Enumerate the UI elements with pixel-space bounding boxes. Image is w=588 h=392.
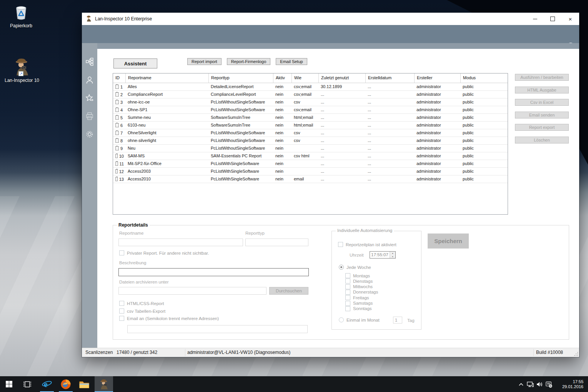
table-cell: ... [365, 137, 414, 144]
table-cell: DetailedLicenseReport [208, 83, 273, 90]
column-header-reportname[interactable]: Reportname [125, 73, 208, 83]
csv-export-checkbox[interactable] [119, 309, 124, 314]
table-row[interactable]: 5Summe-neuSoftwareSumsInTreeneinhtml;ema… [113, 114, 508, 122]
table-cell: html;email [292, 122, 318, 129]
table-row[interactable]: 2ComplianceReportComplianceLevelReportne… [113, 91, 508, 98]
taskbar-firefox[interactable] [59, 376, 73, 392]
taskbar-ie[interactable]: e [40, 376, 54, 392]
desktop-icon-recycle-bin[interactable]: Papierkorb [0, 3, 42, 28]
table-cell: PcListWithSingleSoftware [208, 175, 273, 183]
table-cell: administrator [414, 175, 460, 183]
toolbar-button[interactable]: Report-Firmenlogo [227, 58, 271, 65]
weekday-checkbox[interactable] [345, 301, 350, 306]
table-cell: ... [365, 122, 414, 129]
maximize-button[interactable] [544, 13, 561, 25]
column-header-reporttyp[interactable]: Reporttyp [208, 73, 273, 83]
network-icon[interactable] [526, 376, 535, 392]
table-row[interactable]: 10SAM-MSSAM-Essentials PC Reportneincsv … [113, 152, 508, 160]
table-row[interactable]: 9NeuPcListWithoutSingleSoftwarenein.....… [113, 145, 508, 152]
action-button[interactable]: Löschen [515, 137, 569, 143]
weekday-row: Montags [345, 273, 370, 278]
weekday-checkbox[interactable] [345, 273, 350, 278]
beschreibung-input[interactable] [118, 268, 309, 276]
network-tree-icon[interactable] [85, 57, 94, 66]
column-header-aktiv[interactable]: Aktiv [273, 73, 292, 83]
table-row[interactable]: 3ohne-icc-oePcListWithoutSingleSoftwaren… [113, 98, 508, 106]
internet-explorer-icon: e [42, 379, 52, 390]
taskbar-lan-inspector[interactable] [95, 376, 113, 392]
table-row[interactable]: 7OhneSilverlightPcListWithoutSingleSoftw… [113, 129, 508, 137]
taskbar-explorer[interactable] [77, 376, 91, 392]
save-button[interactable]: Speichern [428, 234, 469, 249]
weekly-radio[interactable] [339, 265, 344, 270]
table-row[interactable]: 11Mit-SP2-für-OfficePcListWithSingleSoft… [113, 160, 508, 168]
table-row[interactable]: 8ohne-silverlightPcListWithoutSingleSoft… [113, 137, 508, 145]
spin-up-icon[interactable]: ▲ [390, 252, 395, 255]
email-address-input[interactable] [127, 325, 308, 333]
weekday-checkbox[interactable] [345, 279, 350, 284]
weekly-row: Jede Woche [339, 265, 371, 270]
speaker-icon[interactable] [535, 376, 544, 392]
column-header-id[interactable]: ID [113, 73, 125, 83]
weekday-checkbox[interactable] [345, 306, 350, 311]
archive-path-input[interactable] [118, 287, 267, 295]
reportname-input[interactable] [118, 239, 243, 246]
weekday-checkbox[interactable] [345, 295, 350, 300]
status-build: Build #10008 [536, 350, 563, 355]
spin-down-icon[interactable]: ▼ [390, 255, 395, 259]
reporttyp-input[interactable] [245, 239, 308, 246]
table-cell: administrator [414, 137, 460, 144]
column-header-wie[interactable]: Wie [292, 73, 318, 83]
action-center-icon[interactable] [544, 376, 553, 392]
table-cell: csv;email [292, 106, 318, 113]
resize-grip[interactable] [574, 352, 578, 356]
tray-chevron-icon[interactable] [516, 376, 526, 392]
svg-text:e: e [44, 380, 47, 389]
close-button[interactable]: × [561, 13, 579, 25]
favorites-star-icon[interactable] [85, 94, 94, 102]
desktop-icon-lan-inspector[interactable]: ↗ Lan-Inspector 10 [1, 58, 43, 83]
printer-icon[interactable] [85, 112, 94, 120]
action-button[interactable]: HTML Ausgabe [515, 87, 569, 93]
table-row[interactable]: 4Ohne-SP1PcListWithoutSingleSoftwarenein… [113, 106, 508, 114]
settings-gear-icon[interactable] [85, 130, 94, 138]
monthly-day-input[interactable] [393, 317, 402, 324]
monthly-radio[interactable] [339, 317, 344, 322]
table-cell: csv;email [292, 91, 318, 98]
action-button[interactable]: Email senden [515, 112, 569, 118]
schedule-enabled-checkbox[interactable] [338, 242, 343, 247]
taskbar-clock[interactable]: 17:55 29.01.2016 [553, 379, 588, 389]
table-row[interactable]: 12Access2003PcListWithSingleSoftwarenein… [113, 168, 508, 175]
weekday-checkbox[interactable] [345, 284, 350, 289]
column-header-modus[interactable]: Modus [460, 73, 508, 83]
table-row[interactable]: 1AllesDetailedLicenseReportneincsv;email… [113, 83, 508, 91]
column-header-zuletzt-genutzt[interactable]: Zuletzt genutzt [318, 73, 365, 83]
toolbar-button[interactable]: Email Setup [276, 58, 307, 65]
private-report-checkbox[interactable] [119, 250, 124, 255]
table-cell: ... [318, 168, 365, 175]
html-css-checkbox[interactable] [119, 301, 124, 306]
weekday-checkbox[interactable] [345, 290, 350, 295]
weekday-row: Freitags [345, 295, 369, 300]
column-header-ersteller[interactable]: Ersteller [414, 73, 460, 83]
column-header-erstelldatum[interactable]: Erstelldatum [365, 73, 414, 83]
action-button[interactable]: Report export [515, 124, 569, 131]
table-cell: csv [292, 129, 318, 137]
assistent-button[interactable]: Assistent [113, 58, 157, 68]
report-icon [115, 169, 118, 173]
minimize-button[interactable] [526, 13, 544, 25]
toolbar-button[interactable]: Report import [187, 58, 222, 65]
table-row[interactable]: 13Access2010PcListWithSingleSoftwarenein… [113, 175, 508, 183]
start-button[interactable] [2, 376, 15, 392]
main-content: Assistent Report importReport-Firmenlogo… [97, 49, 579, 348]
action-button[interactable]: Csv in Excel [515, 99, 569, 106]
report-table: IDReportnameReporttypAktivWieZuletzt gen… [113, 73, 508, 215]
user-icon[interactable] [85, 76, 94, 84]
email-to-checkbox[interactable] [119, 316, 124, 321]
table-row[interactable]: 66103-neuSoftwareSumsInTreeneinhtml;emai… [113, 122, 508, 129]
action-button[interactable]: Ausführen / bearbeiten [515, 74, 569, 81]
browse-button[interactable]: Durchsuchen [269, 287, 308, 295]
task-view-button[interactable] [21, 376, 34, 392]
time-spinner[interactable]: 17:55:07 ▲▼ [370, 251, 396, 259]
window-titlebar[interactable]: Lan-Inspector 10 Enterprise [82, 13, 579, 25]
